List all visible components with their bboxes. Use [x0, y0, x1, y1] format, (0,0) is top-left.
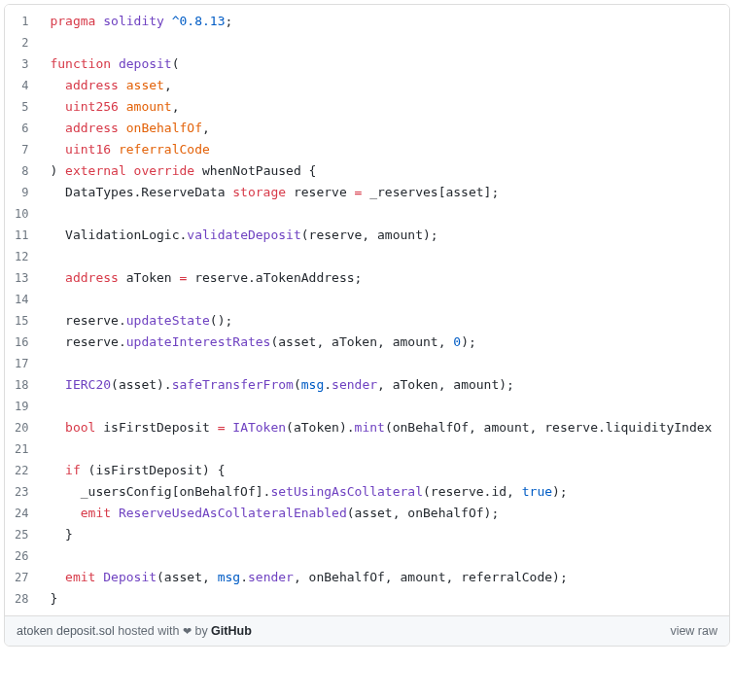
line-number: 21 — [5, 438, 42, 460]
line-number: 26 — [5, 545, 42, 567]
code-line — [50, 353, 721, 374]
line-number: 8 — [5, 160, 42, 182]
line-number: 25 — [5, 524, 42, 545]
line-number: 18 — [5, 374, 42, 396]
code-line — [50, 246, 721, 267]
line-number: 23 — [5, 481, 42, 503]
code-line — [50, 289, 721, 310]
code-line: address aToken = reserve.aTokenAddress; — [50, 267, 721, 289]
code-line: } — [50, 524, 721, 545]
code-area: 1234567891011121314151617181920212223242… — [5, 5, 729, 615]
gist-container: 1234567891011121314151617181920212223242… — [4, 4, 730, 647]
line-number: 7 — [5, 139, 42, 160]
meta-left: atoken deposit.sol hosted with ❤ by GitH… — [17, 624, 252, 638]
filename-link[interactable]: atoken deposit.sol — [17, 624, 115, 638]
gist-meta-bar: atoken deposit.sol hosted with ❤ by GitH… — [5, 615, 729, 646]
line-number: 12 — [5, 246, 42, 267]
code-line: DataTypes.ReserveData storage reserve = … — [50, 182, 721, 203]
code-line: uint256 amount, — [50, 96, 721, 118]
code-line: address onBehalfOf, — [50, 118, 721, 139]
line-number: 20 — [5, 417, 42, 438]
line-number: 24 — [5, 503, 42, 524]
line-number: 19 — [5, 396, 42, 417]
line-number: 5 — [5, 96, 42, 118]
line-number: 3 — [5, 53, 42, 75]
code-line — [50, 203, 721, 225]
code-content: pragma solidity ^0.8.13; function deposi… — [42, 5, 729, 615]
line-number: 1 — [5, 11, 42, 32]
code-line — [50, 32, 721, 53]
code-line: ValidationLogic.validateDeposit(reserve,… — [50, 225, 721, 246]
line-number: 2 — [5, 32, 42, 53]
line-number: 22 — [5, 460, 42, 481]
line-number: 16 — [5, 332, 42, 353]
view-raw-link[interactable]: view raw — [670, 624, 717, 638]
code-line: } — [50, 588, 721, 610]
code-line: reserve.updateInterestRates(asset, aToke… — [50, 332, 721, 353]
code-line: uint16 referralCode — [50, 139, 721, 160]
line-number-gutter: 1234567891011121314151617181920212223242… — [5, 5, 42, 615]
line-number: 4 — [5, 75, 42, 96]
line-number: 17 — [5, 353, 42, 374]
line-number: 11 — [5, 225, 42, 246]
code-line: emit ReserveUsedAsCollateralEnabled(asse… — [50, 503, 721, 524]
code-line: reserve.updateState(); — [50, 310, 721, 332]
line-number: 14 — [5, 289, 42, 310]
code-line: bool isFirstDeposit = IAToken(aToken).mi… — [50, 417, 721, 438]
code-line: IERC20(asset).safeTransferFrom(msg.sende… — [50, 374, 721, 396]
code-line: ) external override whenNotPaused { — [50, 160, 721, 182]
code-line — [50, 438, 721, 460]
by-text: by — [192, 624, 211, 638]
line-number: 6 — [5, 118, 42, 139]
line-number: 15 — [5, 310, 42, 332]
line-number: 9 — [5, 182, 42, 203]
code-line: _usersConfig[onBehalfOf].setUsingAsColla… — [50, 481, 721, 503]
code-line: function deposit( — [50, 53, 721, 75]
heart-icon: ❤ — [183, 625, 192, 637]
line-number: 28 — [5, 588, 42, 610]
hosted-text: hosted with — [115, 624, 183, 638]
line-number: 27 — [5, 567, 42, 588]
line-number: 10 — [5, 203, 42, 225]
line-number: 13 — [5, 267, 42, 289]
code-line: if (isFirstDeposit) { — [50, 460, 721, 481]
code-line: address asset, — [50, 75, 721, 96]
code-line — [50, 396, 721, 417]
code-line: pragma solidity ^0.8.13; — [50, 11, 721, 32]
code-line: emit Deposit(asset, msg.sender, onBehalf… — [50, 567, 721, 588]
code-line — [50, 545, 721, 567]
github-link[interactable]: GitHub — [211, 624, 252, 638]
